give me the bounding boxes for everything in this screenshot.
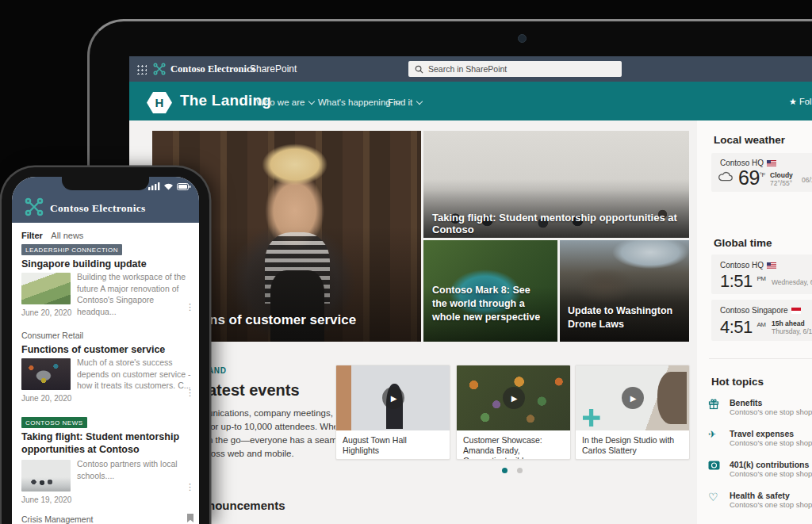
phone-brand: Contoso Electronics xyxy=(50,202,146,215)
search-input[interactable]: Search in SharePoint xyxy=(408,61,622,77)
hero-bottomright-tile[interactable]: Update to Washington Drone Laws xyxy=(560,240,689,342)
more-options-icon[interactable]: ⋮ xyxy=(186,482,194,492)
plane-icon: ✈ xyxy=(708,429,716,440)
event-video-thumbnail: ▶ xyxy=(457,365,570,430)
phone-screen: Contoso Electronics Filter All news LEAD… xyxy=(12,177,199,524)
news-snippet: Contoso partners with localschools.... xyxy=(77,458,194,481)
event-video-thumbnail: ▶ xyxy=(576,365,689,430)
tablet-camera xyxy=(518,34,527,43)
topics-heading: Hot topics xyxy=(711,376,764,388)
right-sidebar: Local weather Contoso HQ 69°F Cloudy 72°… xyxy=(697,120,812,524)
topic-travel-expenses[interactable]: ✈ Travel expenses Contoso's one stop sho… xyxy=(708,429,812,447)
announcements-heading: nouncements xyxy=(208,499,285,512)
battery-icon xyxy=(177,183,191,190)
event-video-thumbnail: ▶ xyxy=(336,365,450,430)
site-logo[interactable]: H xyxy=(147,92,172,113)
carousel-dot[interactable] xyxy=(517,468,523,473)
news-date: June 20, 2020 xyxy=(21,394,71,403)
news-title[interactable]: Functions of customer service xyxy=(21,343,165,356)
news-thumbnail[interactable] xyxy=(21,358,71,390)
site-nav-bar: H The Landing Who we are What's happenin… xyxy=(129,82,812,120)
drone-figure xyxy=(583,409,600,426)
play-icon[interactable]: ▶ xyxy=(382,387,404,409)
event-title[interactable]: Customer Showcase: Amanda Brady, Connect… xyxy=(463,435,565,460)
heart-icon: ♡ xyxy=(708,491,718,503)
more-options-icon[interactable]: ⋮ xyxy=(186,302,194,312)
suite-bar-product[interactable]: SharePoint xyxy=(250,63,297,75)
phone-status-icons xyxy=(148,182,191,190)
event-title[interactable]: In the Design Studio with Carlos Slatter… xyxy=(582,435,684,456)
gift-icon xyxy=(708,399,719,410)
chevron-down-icon xyxy=(416,98,423,105)
weather-hi-lo: 72°/55° xyxy=(770,179,792,187)
news-badge: CONTOSO NEWS xyxy=(21,417,87,428)
us-flag-icon xyxy=(767,160,776,166)
news-badge: LEADERSHIP CONNECTION xyxy=(21,244,122,255)
weather-date: 06/17/ xyxy=(802,176,812,184)
events-description: unications, company meetings, and for up… xyxy=(208,407,354,461)
clock-card-singapore[interactable]: Contoso Singapore 4:51 AM 15h ahead Thur… xyxy=(711,300,812,341)
suite-bar-brand: Contoso Electronics xyxy=(170,63,255,75)
follow-button[interactable]: ★ Follo xyxy=(789,97,812,107)
weather-heading: Local weather xyxy=(714,134,785,146)
star-icon: ★ xyxy=(789,97,797,106)
composite-scene: Contoso Electronics SharePoint Search in… xyxy=(0,0,812,524)
topic-401k-contributions[interactable]: 401(k) contributions Contoso's one stop … xyxy=(708,460,812,478)
events-eyebrow: AND xyxy=(208,366,226,375)
event-card[interactable]: ▶ August Town Hall Highlights xyxy=(335,365,450,460)
clock-card-hq[interactable]: Contoso HQ 1:51 PM Wednesday, 6/17/ xyxy=(711,254,812,294)
sharepoint-screen: Contoso Electronics SharePoint Search in… xyxy=(129,56,812,524)
clock-location: Contoso HQ xyxy=(720,261,776,270)
suite-bar: Contoso Electronics SharePoint Search in… xyxy=(129,56,812,82)
play-icon[interactable]: ▶ xyxy=(503,387,525,409)
clock-date: Wednesday, 6/17/ xyxy=(772,278,812,286)
news-title[interactable]: Taking flight: Student mentorship opport… xyxy=(21,430,184,456)
event-card[interactable]: ▶ In the Design Studio with Carlos Slatt… xyxy=(575,365,690,460)
clock-time: 1:51 PM xyxy=(720,271,765,292)
carousel-dot-active[interactable] xyxy=(502,468,508,473)
clock-date: Thursday, 6/18/20 xyxy=(772,327,812,335)
phone-notch xyxy=(62,177,149,190)
hero-bottomleft-headline[interactable]: Contoso Mark 8: See the world through a … xyxy=(432,284,543,324)
news-filter[interactable]: Filter All news xyxy=(21,228,83,242)
hero-bottomright-headline[interactable]: Update to Washington Drone Laws xyxy=(568,304,683,331)
weather-card[interactable]: Contoso HQ 69°F Cloudy 72°/55° 06/17/ xyxy=(711,153,812,192)
hero-topright-tile[interactable]: Taking flight: Student mentorship opport… xyxy=(423,131,689,238)
news-title[interactable]: Singapore building update xyxy=(21,258,147,270)
nav-find-it[interactable]: Find it xyxy=(388,98,422,107)
news-date: June 20, 2020 xyxy=(21,308,71,317)
more-options-icon[interactable]: ⋮ xyxy=(186,388,194,398)
site-logo-letter: H xyxy=(155,96,164,109)
topic-health-safety[interactable]: ♡ Health & safety Contoso's one stop sho… xyxy=(708,491,812,509)
time-heading: Global time xyxy=(714,237,772,249)
news-snippet: Much of a store's successdepends on cust… xyxy=(77,357,194,392)
play-icon[interactable]: ▶ xyxy=(622,387,644,409)
weather-condition: Cloudy xyxy=(770,171,793,179)
contoso-logo-icon xyxy=(25,197,44,216)
events-heading: atest events xyxy=(208,381,300,400)
wifi-icon xyxy=(163,182,174,190)
event-card[interactable]: ▶ Customer Showcase: Amanda Brady, Conne… xyxy=(456,365,571,460)
money-icon xyxy=(708,461,720,470)
news-date: June 19, 2020 xyxy=(21,495,71,504)
clock-time: 4:51 AM xyxy=(720,317,765,338)
news-thumbnail[interactable] xyxy=(21,273,71,304)
search-icon xyxy=(415,65,423,74)
hero-topright-headline[interactable]: Taking flight: Student mentorship opport… xyxy=(432,212,689,235)
topic-benefits[interactable]: Benefits Contoso's one stop shop for t xyxy=(708,398,812,416)
clock-location: Contoso Singapore xyxy=(720,306,801,315)
app-launcher-waffle-icon[interactable] xyxy=(136,64,147,75)
contoso-logo-icon xyxy=(153,63,166,75)
signal-icon xyxy=(148,182,160,190)
news-thumbnail[interactable] xyxy=(21,460,71,491)
clock-offset: 15h ahead xyxy=(772,319,805,327)
event-title[interactable]: August Town Hall Highlights xyxy=(343,435,444,456)
news-category: Crisis Management xyxy=(21,514,93,524)
us-flag-icon xyxy=(767,262,776,269)
bookmark-icon[interactable] xyxy=(187,514,193,522)
cloud-icon xyxy=(718,170,735,183)
nav-who-we-are[interactable]: Who we are xyxy=(256,98,314,107)
hero-main-headline[interactable]: ns of customer service xyxy=(209,312,356,328)
news-snippet: Building the workspace of thefuture A ma… xyxy=(77,271,192,317)
hero-bottomleft-tile[interactable]: Contoso Mark 8: See the world through a … xyxy=(423,240,557,342)
